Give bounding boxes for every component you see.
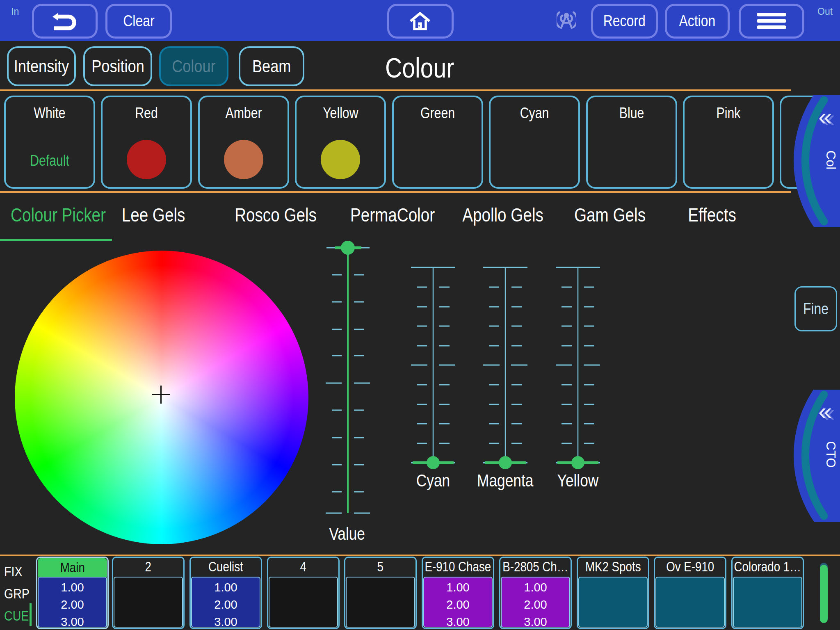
svg-text:«: « <box>818 103 832 130</box>
svg-text:Col: Col <box>824 151 838 170</box>
svg-text:CTO: CTO <box>824 441 838 468</box>
svg-text:«: « <box>818 397 832 425</box>
